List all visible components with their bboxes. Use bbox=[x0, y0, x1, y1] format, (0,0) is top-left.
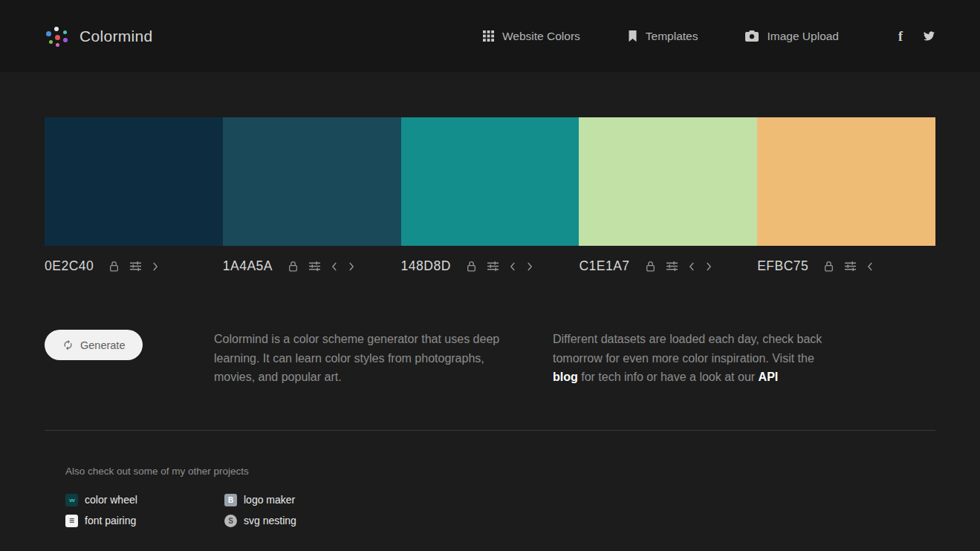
hex-code-label[interactable]: EFBC75 bbox=[757, 258, 808, 274]
generate-button-label: Generate bbox=[80, 339, 125, 351]
sliders-icon[interactable] bbox=[309, 261, 320, 271]
sliders-icon[interactable] bbox=[130, 261, 141, 271]
api-link[interactable]: API bbox=[759, 371, 779, 383]
footer-heading: Also check out some of my other projects bbox=[65, 466, 980, 477]
bookmark-icon bbox=[628, 30, 637, 42]
nav-website-colors[interactable]: Website Colors bbox=[483, 30, 580, 43]
nav-templates[interactable]: Templates bbox=[628, 30, 698, 43]
hex-code-label[interactable]: 148D8D bbox=[401, 258, 451, 274]
description-right: Different datasets are loaded each day, … bbox=[553, 330, 892, 387]
chevron-left-icon[interactable] bbox=[689, 262, 695, 271]
project-logo-maker[interactable]: B logo maker bbox=[224, 494, 296, 506]
hex-code-label[interactable]: C1E1A7 bbox=[579, 258, 629, 274]
font-pairing-icon: ≡ bbox=[65, 515, 78, 527]
swatch-controls: 1A4A5A bbox=[223, 258, 401, 274]
blog-link[interactable]: blog bbox=[553, 371, 578, 383]
footer: Also check out some of my other projects… bbox=[65, 466, 980, 527]
project-label: svg nesting bbox=[244, 515, 296, 526]
section-divider bbox=[45, 430, 935, 431]
chevron-right-icon[interactable] bbox=[152, 262, 158, 271]
sliders-icon[interactable] bbox=[487, 261, 499, 271]
header: Colormind Website Colors Templates Image… bbox=[0, 0, 980, 72]
twitter-icon[interactable] bbox=[923, 30, 935, 42]
swatch-controls: 0E2C40 bbox=[45, 258, 223, 274]
main-nav: Website Colors Templates Image Upload bbox=[483, 30, 839, 43]
hex-code-label[interactable]: 0E2C40 bbox=[45, 258, 94, 274]
project-svg-nesting[interactable]: S svg nesting bbox=[224, 515, 296, 527]
chevron-right-icon[interactable] bbox=[527, 262, 533, 271]
logo-text: Colormind bbox=[79, 27, 152, 45]
camera-icon bbox=[745, 30, 759, 42]
social-links: f bbox=[898, 30, 935, 43]
logo[interactable]: Colormind bbox=[45, 25, 152, 48]
project-color-wheel[interactable]: vv color wheel bbox=[65, 494, 224, 506]
nav-label: Website Colors bbox=[502, 30, 580, 43]
nav-label: Templates bbox=[646, 30, 698, 43]
grid-icon bbox=[483, 30, 494, 42]
chevron-left-icon[interactable] bbox=[510, 262, 516, 271]
swatch-controls: 148D8D bbox=[401, 258, 580, 274]
description-right-text: Different datasets are loaded each day, … bbox=[553, 333, 822, 365]
description-left: Colormind is a color scheme generator th… bbox=[214, 330, 553, 387]
color-swatch[interactable] bbox=[757, 117, 935, 246]
sliders-icon[interactable] bbox=[845, 261, 856, 271]
logo-maker-icon: B bbox=[224, 494, 237, 506]
lock-icon[interactable] bbox=[646, 261, 655, 272]
hex-code-label[interactable]: 1A4A5A bbox=[223, 258, 273, 274]
generate-button[interactable]: Generate bbox=[45, 330, 143, 360]
color-swatch[interactable] bbox=[45, 117, 223, 246]
chevron-right-icon[interactable] bbox=[348, 262, 354, 271]
facebook-icon[interactable]: f bbox=[898, 30, 903, 43]
refresh-icon bbox=[62, 339, 74, 351]
nav-label: Image Upload bbox=[767, 30, 839, 43]
info-row: Generate Colormind is a color scheme gen… bbox=[45, 330, 935, 387]
palette bbox=[45, 117, 935, 246]
palette-controls: 0E2C40 1A4A5A 148D8D C1E1A7 bbox=[45, 246, 935, 274]
colormind-logo-icon bbox=[45, 25, 70, 48]
sliders-icon[interactable] bbox=[666, 261, 678, 271]
project-label: color wheel bbox=[85, 494, 137, 506]
svg-nesting-icon: S bbox=[224, 515, 237, 527]
lock-icon[interactable] bbox=[109, 261, 119, 272]
lock-icon[interactable] bbox=[467, 261, 476, 272]
swatch-controls: EFBC75 bbox=[757, 258, 935, 274]
lock-icon[interactable] bbox=[824, 261, 834, 272]
chevron-left-icon[interactable] bbox=[867, 262, 873, 271]
chevron-right-icon[interactable] bbox=[706, 262, 712, 271]
color-swatch[interactable] bbox=[401, 117, 580, 246]
description-right-text: for tech info or have a look at our bbox=[578, 371, 759, 383]
color-swatch[interactable] bbox=[223, 117, 401, 246]
color-swatch[interactable] bbox=[579, 117, 757, 246]
nav-image-upload[interactable]: Image Upload bbox=[745, 30, 839, 43]
swatch-controls: C1E1A7 bbox=[579, 258, 757, 274]
project-links: vv color wheel B logo maker ≡ font pairi… bbox=[65, 494, 980, 527]
lock-icon[interactable] bbox=[288, 261, 298, 272]
project-font-pairing[interactable]: ≡ font pairing bbox=[65, 515, 224, 527]
project-label: logo maker bbox=[244, 494, 295, 506]
chevron-left-icon[interactable] bbox=[331, 262, 337, 271]
color-wheel-icon: vv bbox=[65, 494, 78, 506]
project-label: font pairing bbox=[85, 515, 136, 526]
